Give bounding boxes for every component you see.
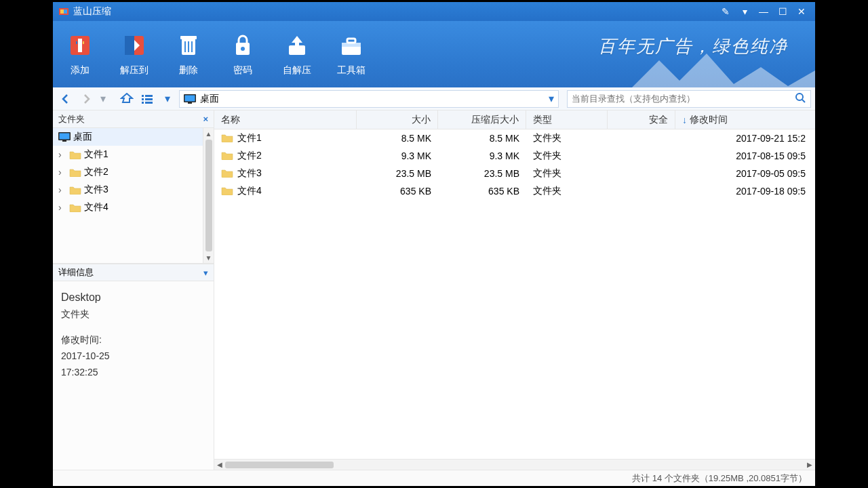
details-panel: Desktop 文件夹 修改时间: 2017-10-25 17:32:25 <box>53 281 214 470</box>
cell-modified: 2017-09-18 09:5 <box>675 186 815 197</box>
add-button[interactable]: 添加 <box>53 21 107 87</box>
svg-point-15 <box>241 47 245 51</box>
svg-rect-6 <box>83 41 84 44</box>
sfx-button[interactable]: 自解压 <box>270 21 324 87</box>
extract-button[interactable]: 解压到 <box>107 21 161 87</box>
app-icon <box>58 6 69 17</box>
view-list-button[interactable] <box>138 90 156 108</box>
folder-icon <box>221 168 233 180</box>
svg-rect-34 <box>62 140 66 142</box>
svg-rect-24 <box>145 95 153 97</box>
folders-panel-close[interactable]: × <box>203 114 208 124</box>
table-row[interactable]: 文件323.5 MB23.5 MB文件夹2017-09-05 09:5 <box>214 165 815 182</box>
history-dropdown-icon[interactable]: ▾ <box>98 90 108 108</box>
svg-rect-25 <box>145 98 153 100</box>
cell-modified: 2017-08-15 09:5 <box>675 150 815 161</box>
sfx-label: 自解压 <box>283 64 311 77</box>
scroll-left-icon[interactable]: ◀ <box>214 460 225 470</box>
cell-size: 23.5 MB <box>357 168 438 179</box>
cell-type: 文件夹 <box>526 132 608 144</box>
toolbox-label: 工具箱 <box>337 64 366 77</box>
delete-button[interactable]: 删除 <box>161 21 216 87</box>
folders-header-label: 文件夹 <box>58 113 85 125</box>
svg-point-30 <box>796 94 803 100</box>
svg-line-31 <box>802 100 805 102</box>
folder-icon <box>69 185 81 195</box>
search-box[interactable] <box>567 90 811 108</box>
search-icon[interactable] <box>794 92 806 106</box>
path-combo[interactable]: 桌面 ▾ <box>179 90 559 108</box>
folder-tree[interactable]: 桌面 ›文件1›文件2›文件3›文件4 ▲ ▼ <box>53 128 214 264</box>
toolbox-icon <box>338 32 365 59</box>
edit-icon[interactable]: ✎ <box>717 3 734 20</box>
path-dropdown-icon[interactable]: ▾ <box>549 92 554 105</box>
cell-modified: 2017-09-05 09:5 <box>675 168 815 179</box>
view-dropdown-icon[interactable]: ▾ <box>159 90 176 108</box>
cell-type: 文件夹 <box>526 185 608 197</box>
details-header-label: 详细信息 <box>58 266 94 279</box>
slogan-text: 百年无广告，绿色纯净 <box>598 35 788 58</box>
tree-item[interactable]: ›文件2 <box>53 163 214 181</box>
tree-item-label: 文件1 <box>84 148 108 161</box>
cell-name: 文件1 <box>237 132 262 144</box>
col-name[interactable]: 名称 <box>214 110 357 129</box>
tree-item[interactable]: ›文件3 <box>53 181 214 199</box>
scroll-up-icon[interactable]: ▲ <box>203 128 214 139</box>
col-security[interactable]: 安全 <box>608 110 675 129</box>
svg-rect-26 <box>145 102 153 104</box>
toolbox-button[interactable]: 工具箱 <box>324 21 378 87</box>
table-row[interactable]: 文件4635 KB635 KB文件夹2017-09-18 09:5 <box>214 182 815 200</box>
back-button[interactable] <box>57 90 75 108</box>
nav-row: ▾ ▾ 桌面 ▾ <box>53 87 815 110</box>
svg-rect-22 <box>142 98 144 100</box>
svg-rect-1 <box>60 9 64 14</box>
folder-icon <box>69 203 81 212</box>
col-modified[interactable]: ↓修改时间 <box>675 110 815 129</box>
svg-rect-5 <box>76 41 77 44</box>
up-button[interactable] <box>118 90 136 108</box>
close-button[interactable]: ✕ <box>793 3 810 20</box>
cell-size: 8.5 MK <box>357 133 438 144</box>
maximize-button[interactable]: ☐ <box>774 3 791 20</box>
cell-name: 文件4 <box>237 185 262 197</box>
chevron-right-icon[interactable]: › <box>58 202 66 213</box>
details-name: Desktop <box>61 288 205 306</box>
minimize-button[interactable]: — <box>755 3 772 20</box>
tree-root-label: 桌面 <box>73 131 92 143</box>
hscroll-thumb[interactable] <box>225 462 334 468</box>
password-label: 密码 <box>233 64 252 77</box>
col-type[interactable]: 类型 <box>526 110 608 129</box>
chevron-right-icon[interactable]: › <box>58 167 66 178</box>
password-button[interactable]: 密码 <box>216 21 270 87</box>
details-type: 文件夹 <box>61 306 205 323</box>
svg-rect-20 <box>347 39 355 43</box>
grid-hscroll[interactable]: ◀ ▶ <box>214 459 815 470</box>
col-compressed-size[interactable]: 压缩后大小 <box>438 110 526 129</box>
tree-scrollbar[interactable]: ▲ ▼ <box>203 128 214 263</box>
delete-icon <box>175 32 202 59</box>
col-size[interactable]: 大小 <box>357 110 438 129</box>
menu-icon[interactable]: ▾ <box>736 3 753 20</box>
chevron-right-icon[interactable]: › <box>58 149 66 160</box>
left-pane: 文件夹 × 桌面 ›文件1›文件2›文件3›文件4 ▲ ▼ <box>53 110 214 470</box>
forward-button[interactable] <box>77 90 95 108</box>
toolbar: 百年无广告，绿色纯净 添加 解压到 删除 密码 <box>53 21 815 87</box>
search-input[interactable] <box>572 94 794 104</box>
svg-rect-28 <box>185 95 195 101</box>
tree-root[interactable]: 桌面 <box>53 128 214 146</box>
chevron-right-icon[interactable]: › <box>58 184 66 195</box>
details-collapse-icon[interactable]: ▾ <box>203 268 208 278</box>
cell-compressed-size: 8.5 MK <box>438 133 526 144</box>
tree-item[interactable]: ›文件1 <box>53 146 214 163</box>
cell-compressed-size: 635 KB <box>438 186 526 197</box>
tree-item[interactable]: ›文件4 <box>53 199 214 216</box>
details-mod-label: 修改时间: <box>61 332 205 348</box>
table-row[interactable]: 文件18.5 MK8.5 MK文件夹2017-09-21 15:2 <box>214 129 815 147</box>
file-grid[interactable]: 文件18.5 MK8.5 MK文件夹2017-09-21 15:2文件29.3 … <box>214 129 815 459</box>
scroll-thumb[interactable] <box>205 140 212 251</box>
scroll-right-icon[interactable]: ▶ <box>804 460 815 470</box>
details-mod-date: 2017-10-25 <box>61 348 205 365</box>
table-row[interactable]: 文件29.3 MK9.3 MK文件夹2017-08-15 09:5 <box>214 147 815 165</box>
svg-rect-12 <box>188 41 189 52</box>
scroll-down-icon[interactable]: ▼ <box>203 252 214 263</box>
